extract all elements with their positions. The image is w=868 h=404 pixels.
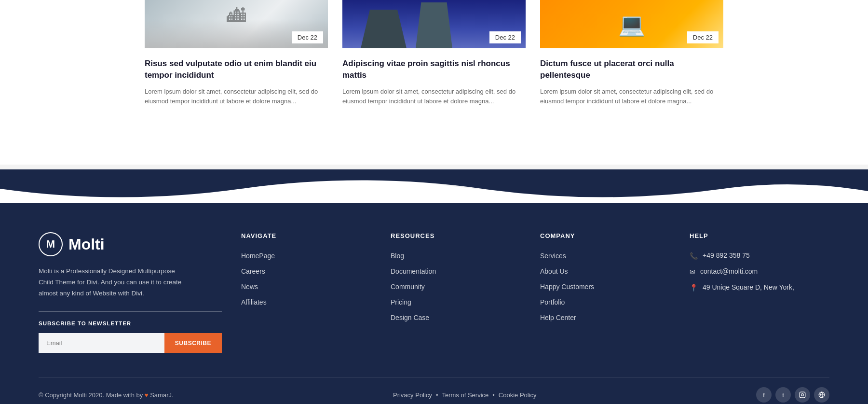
footer-legal: Privacy Policy • Terms of Service • Cook… — [393, 391, 537, 399]
email-address: contact@molti.com — [700, 267, 758, 275]
navigate-title: NAVIGATE — [241, 232, 381, 239]
wave-separator — [0, 165, 868, 203]
brand-description: Molti is a Professionally Designed Multi… — [39, 266, 188, 299]
blog-card-title-1: Risus sed vulputate odio ut enim blandit… — [145, 58, 328, 81]
list-item: Portfolio — [540, 298, 680, 306]
blog-card-title-2: Adipiscing vitae proin sagittis nisl rho… — [342, 58, 526, 81]
blog-card-title-3: Dictum fusce ut placerat orci nulla pell… — [540, 58, 723, 81]
link-community[interactable]: Community — [391, 283, 425, 291]
separator-1: • — [436, 391, 438, 399]
blog-section: Dec 22 Risus sed vulputate odio ut enim … — [0, 0, 868, 136]
list-item: Careers — [241, 267, 381, 276]
blog-card-excerpt-1: Lorem ipsum dolor sit amet, consectetur … — [145, 87, 328, 107]
resources-title: RESOURCES — [391, 232, 530, 239]
footer-col-navigate: NAVIGATE HomePage Careers News Affiliate… — [241, 232, 381, 353]
navigate-links: HomePage Careers News Affiliates — [241, 251, 381, 306]
link-homepage[interactable]: HomePage — [241, 252, 275, 260]
help-items: 📞 +49 892 358 75 ✉ contact@molti.com 📍 4… — [690, 251, 829, 292]
date-badge-2: Dec 22 — [489, 31, 521, 43]
list-item: Services — [540, 251, 680, 260]
blog-card-img-2: Dec 22 — [342, 0, 526, 48]
brand-name: Molti — [68, 236, 105, 253]
list-item: Design Case — [391, 313, 530, 322]
svg-rect-0 — [800, 392, 805, 398]
company-links: Services About Us Happy Customers Portfo… — [540, 251, 680, 322]
footer-main: M Molti Molti is a Professionally Design… — [39, 232, 829, 353]
footer-copyright: © Copyright Molti 2020. Made with by ♥ S… — [39, 391, 174, 399]
newsletter-form: SUBSCRIBE — [39, 333, 222, 353]
newsletter-divider — [39, 311, 222, 312]
list-item: About Us — [540, 267, 680, 276]
blog-card-img-3: Dec 22 — [540, 0, 723, 48]
date-badge-3: Dec 22 — [687, 31, 719, 43]
list-item: Community — [391, 282, 530, 291]
link-services[interactable]: Services — [540, 252, 566, 260]
link-about-us[interactable]: About Us — [540, 267, 568, 275]
footer-brand: M Molti Molti is a Professionally Design… — [39, 232, 222, 353]
heart-icon: ♥ — [145, 391, 149, 399]
link-portfolio[interactable]: Portfolio — [540, 298, 565, 306]
list-item: News — [241, 282, 381, 291]
brand-logo: M Molti — [39, 232, 222, 256]
link-help-center[interactable]: Help Center — [540, 314, 576, 321]
help-email: ✉ contact@molti.com — [690, 267, 829, 276]
link-pricing[interactable]: Pricing — [391, 298, 411, 306]
list-item: Help Center — [540, 313, 680, 322]
footer-col-company: COMPANY Services About Us Happy Customer… — [540, 232, 680, 353]
blog-card-excerpt-2: Lorem ipsum dolor sit amet, consectetur … — [342, 87, 526, 107]
footer-nav-columns: NAVIGATE HomePage Careers News Affiliate… — [241, 232, 829, 353]
list-item: Affiliates — [241, 298, 381, 306]
list-item: Happy Customers — [540, 282, 680, 291]
footer-social: f t — [756, 387, 829, 403]
footer-col-resources: RESOURCES Blog Documentation Community P… — [391, 232, 530, 353]
company-title: COMPANY — [540, 232, 680, 239]
link-affiliates[interactable]: Affiliates — [241, 298, 267, 306]
blog-card-1: Dec 22 Risus sed vulputate odio ut enim … — [145, 0, 328, 107]
link-design-case[interactable]: Design Case — [391, 314, 429, 321]
separator-2: • — [492, 391, 495, 399]
email-input[interactable] — [39, 333, 164, 353]
footer-col-help: HELP 📞 +49 892 358 75 ✉ contact@molti.co… — [690, 232, 829, 353]
list-item: Pricing — [391, 298, 530, 306]
globe-icon[interactable] — [814, 387, 829, 403]
svg-point-1 — [801, 394, 804, 396]
brand-icon: M — [39, 232, 63, 256]
subscribe-button[interactable]: SUBSCRIBE — [164, 333, 222, 353]
phone-icon: 📞 — [690, 252, 698, 260]
link-careers[interactable]: Careers — [241, 267, 265, 275]
footer-bottom: © Copyright Molti 2020. Made with by ♥ S… — [39, 377, 829, 404]
email-icon: ✉ — [690, 268, 695, 276]
cookie-policy-link[interactable]: Cookie Policy — [499, 391, 537, 399]
phone-number: +49 892 358 75 — [703, 251, 750, 259]
list-item: Documentation — [391, 267, 530, 276]
link-documentation[interactable]: Documentation — [391, 267, 436, 275]
privacy-policy-link[interactable]: Privacy Policy — [393, 391, 432, 399]
link-happy-customers[interactable]: Happy Customers — [540, 283, 594, 291]
resources-links: Blog Documentation Community Pricing Des… — [391, 251, 530, 322]
blog-card-3: Dec 22 Dictum fusce ut placerat orci nul… — [540, 0, 723, 107]
terms-of-service-link[interactable]: Terms of Service — [442, 391, 488, 399]
instagram-icon[interactable] — [795, 387, 810, 403]
twitter-icon[interactable]: t — [775, 387, 791, 403]
help-address: 📍 49 Uniqe Square D, New York, — [690, 283, 829, 292]
svg-point-2 — [804, 393, 804, 393]
list-item: HomePage — [241, 251, 381, 260]
location-icon: 📍 — [690, 284, 698, 292]
help-title: HELP — [690, 232, 829, 239]
help-phone: 📞 +49 892 358 75 — [690, 251, 829, 260]
blog-card-2: Dec 22 Adipiscing vitae proin sagittis n… — [342, 0, 526, 107]
blog-card-excerpt-3: Lorem ipsum dolor sit amet, consectetur … — [540, 87, 723, 107]
date-badge-1: Dec 22 — [292, 31, 323, 43]
link-news[interactable]: News — [241, 283, 258, 291]
blog-card-img-1: Dec 22 — [145, 0, 328, 48]
link-blog[interactable]: Blog — [391, 252, 404, 260]
address-text: 49 Uniqe Square D, New York, — [703, 283, 794, 291]
list-item: Blog — [391, 251, 530, 260]
footer: M Molti Molti is a Professionally Design… — [0, 203, 868, 404]
facebook-icon[interactable]: f — [756, 387, 772, 403]
newsletter-label: SUBSCRIBE TO NEWSLETTER — [39, 320, 222, 326]
